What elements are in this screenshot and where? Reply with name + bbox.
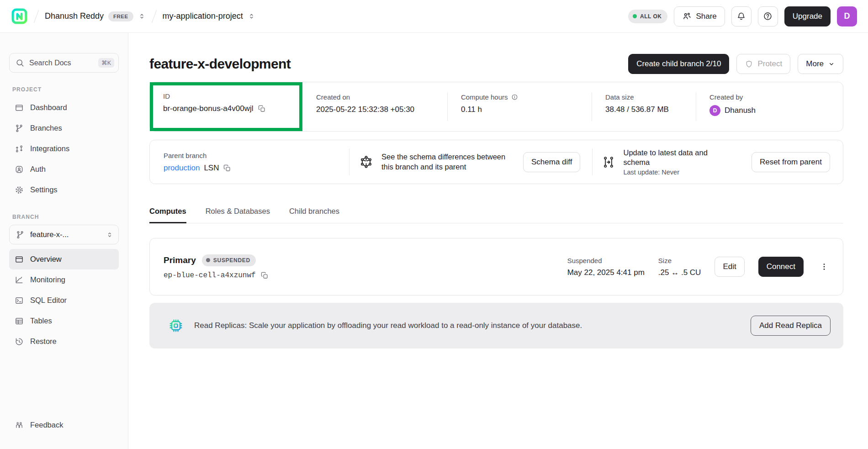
created-on-cell: Created on 2025-05-22 15:32:38 +05:30: [302, 82, 447, 131]
add-read-replica-label: Add Read Replica: [759, 321, 822, 330]
parent-branch-card: Parent branch production LSN See the sch…: [149, 140, 843, 184]
sidebar-item-settings[interactable]: Settings: [9, 180, 119, 200]
status-dot-icon: [206, 258, 210, 262]
sidebar-item-label: Dashboard: [30, 103, 67, 112]
data-size-value: 38.48 / 536.87 MB: [605, 105, 696, 114]
project-selector[interactable]: my-application-project: [163, 11, 255, 21]
tab-computes[interactable]: Computes: [149, 207, 186, 223]
sidebar-item-restore[interactable]: Restore: [9, 331, 119, 352]
kebab-menu-icon[interactable]: [817, 257, 831, 277]
tab-roles-databases[interactable]: Roles & Databases: [206, 207, 270, 223]
created-by-label: Created by: [709, 93, 843, 101]
sidebar-item-label: Restore: [30, 337, 57, 346]
compute-status-badge: SUSPENDED: [202, 254, 256, 266]
copy-icon[interactable]: [260, 271, 269, 280]
org-name: Dhanush Reddy: [45, 11, 104, 21]
data-size-cell: Data size 38.48 / 536.87 MB: [592, 82, 696, 131]
sidebar-item-integrations[interactable]: Integrations: [9, 138, 119, 159]
sidebar: Search Docs ⌘K PROJECT Dashboard Branche…: [0, 33, 128, 449]
branch-section-label: BRANCH: [12, 214, 119, 220]
compute-hours-value: 0.11 h: [461, 105, 592, 114]
protect-button-label: Protect: [757, 59, 782, 69]
branch-selector[interactable]: feature-x-...: [9, 225, 119, 244]
sidebar-item-monitoring[interactable]: Monitoring: [9, 269, 119, 290]
sidebar-item-tables[interactable]: Tables: [9, 311, 119, 331]
more-button[interactable]: More: [798, 54, 843, 74]
read-replica-text: Read Replicas: Scale your application by…: [194, 321, 582, 330]
sidebar-item-label: Auth: [30, 165, 46, 174]
search-placeholder: Search Docs: [29, 59, 93, 67]
tab-child-branches[interactable]: Child branches: [289, 207, 339, 223]
cpu-chip-icon: [168, 317, 184, 334]
info-icon[interactable]: [511, 94, 518, 100]
breadcrumb-separator: [152, 10, 157, 23]
copy-icon[interactable]: [258, 105, 266, 113]
parent-branch-link[interactable]: production: [164, 164, 200, 173]
integrations-icon: [15, 144, 24, 153]
reset-branch-icon: [602, 155, 615, 169]
sidebar-item-branches[interactable]: Branches: [9, 118, 119, 138]
create-child-branch-label: Create child branch 2/10: [636, 59, 721, 69]
feedback-people-icon: [15, 421, 24, 430]
connect-button[interactable]: Connect: [758, 257, 804, 277]
notifications-button[interactable]: [731, 6, 752, 26]
terminal-icon: [15, 296, 24, 305]
add-read-replica-button[interactable]: Add Read Replica: [751, 316, 831, 336]
reset-from-parent-button[interactable]: Reset from parent: [752, 152, 830, 172]
sidebar-item-sql-editor[interactable]: SQL Editor: [9, 290, 119, 311]
share-button[interactable]: Share: [674, 6, 725, 26]
plan-badge: FREE: [108, 11, 133, 21]
org-selector[interactable]: Dhanush Reddy FREE: [45, 11, 146, 21]
help-button[interactable]: [758, 6, 778, 26]
people-icon: [682, 11, 692, 21]
sidebar-item-auth[interactable]: Auth: [9, 159, 119, 180]
copy-icon[interactable]: [223, 164, 231, 172]
status-badge[interactable]: ALL OK: [628, 10, 667, 23]
creator-avatar: D: [709, 105, 720, 116]
compute-status-label: SUSPENDED: [213, 257, 250, 264]
protect-button[interactable]: Protect: [736, 54, 790, 74]
upgrade-button[interactable]: Upgrade: [784, 6, 831, 26]
status-badge-label: ALL OK: [640, 13, 662, 20]
share-button-label: Share: [696, 12, 716, 21]
sidebar-item-dashboard[interactable]: Dashboard: [9, 97, 119, 118]
status-dot-icon: [633, 14, 637, 18]
size-label: Size: [658, 257, 701, 264]
table-icon: [15, 317, 24, 326]
sidebar-item-label: Tables: [30, 317, 52, 325]
id-label: ID: [163, 92, 299, 100]
size-value: .25 ↔ .5 CU: [658, 268, 701, 277]
compute-name: Primary: [164, 255, 196, 265]
project-section-label: PROJECT: [12, 86, 119, 93]
schema-diff-button-label: Schema diff: [531, 158, 572, 167]
sidebar-item-feedback[interactable]: Feedback: [9, 415, 119, 435]
schema-diff-description: See the schema differences between this …: [381, 152, 515, 172]
search-docs-input[interactable]: Search Docs ⌘K: [9, 53, 119, 73]
top-bar: Dhanush Reddy FREE my-application-projec…: [0, 0, 868, 33]
suspended-meta: Suspended May 22, 2025 4:41 pm: [567, 257, 645, 277]
sidebar-item-label: Monitoring: [30, 275, 65, 284]
user-avatar[interactable]: D: [837, 6, 857, 26]
create-child-branch-button[interactable]: Create child branch 2/10: [628, 54, 729, 74]
last-update-text: Last update: Never: [623, 169, 717, 176]
sidebar-item-label: Integrations: [30, 144, 69, 153]
edit-button[interactable]: Edit: [715, 257, 744, 277]
branch-id-cell-highlighted: ID br-orange-bonus-a4v00wjl: [150, 82, 302, 131]
read-replica-banner: Read Replicas: Scale your application by…: [149, 303, 843, 349]
chevron-updown-icon: [248, 12, 255, 20]
schema-diff-button[interactable]: Schema diff: [523, 152, 580, 172]
parent-branch-label: Parent branch: [164, 152, 349, 159]
chart-icon: [15, 275, 24, 285]
created-by-value: Dhanush: [725, 106, 756, 115]
parent-branch-cell: Parent branch production LSN: [150, 152, 349, 173]
endpoint-id: ep-blue-cell-a4xzunwf: [164, 271, 256, 280]
connect-button-label: Connect: [767, 262, 795, 271]
created-by-cell: Created by D Dhanush: [696, 82, 843, 131]
sidebar-item-overview[interactable]: Overview: [9, 249, 119, 269]
schema-diff-icon: [359, 154, 374, 169]
neon-logo-icon[interactable]: [11, 8, 28, 25]
compute-hours-label: Compute hours: [461, 93, 508, 101]
suspended-label: Suspended: [567, 257, 645, 264]
update-description: Update to latest data and schema: [623, 148, 717, 168]
git-branch-icon: [16, 230, 25, 239]
